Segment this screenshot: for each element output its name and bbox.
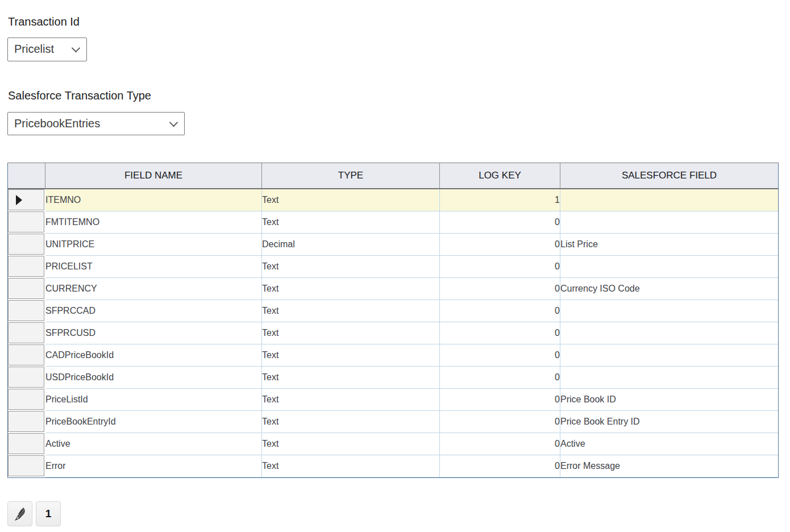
cell-salesforce-field[interactable]: [560, 256, 778, 278]
cell-salesforce-field[interactable]: [560, 189, 778, 211]
cell-type[interactable]: Decimal: [262, 234, 440, 256]
cell-type[interactable]: Text: [262, 367, 440, 389]
table-row[interactable]: UNITPRICEDecimal0List Price: [8, 234, 778, 256]
field-mapping-grid: FIELD NAME TYPE LOG KEY SALESFORCE FIELD…: [7, 163, 779, 478]
cell-type[interactable]: Text: [262, 411, 440, 433]
row-selector[interactable]: [8, 322, 45, 344]
cell-salesforce-field[interactable]: Error Message: [560, 455, 778, 477]
cell-field-name[interactable]: CURRENCY: [45, 278, 262, 300]
cell-salesforce-field[interactable]: [560, 211, 778, 234]
row-selector[interactable]: [8, 300, 45, 322]
grid-header-row: FIELD NAME TYPE LOG KEY SALESFORCE FIELD: [8, 163, 778, 189]
cell-field-name[interactable]: PRICELIST: [45, 256, 262, 278]
cell-salesforce-field[interactable]: List Price: [560, 234, 778, 256]
row-selector[interactable]: [8, 189, 45, 211]
cell-salesforce-field[interactable]: [560, 322, 778, 344]
row-selector[interactable]: [8, 411, 45, 433]
cell-log-key[interactable]: 0: [440, 211, 560, 234]
cell-salesforce-field[interactable]: Active: [560, 433, 778, 455]
cell-log-key[interactable]: 0: [440, 389, 560, 411]
cell-salesforce-field[interactable]: [560, 367, 778, 389]
table-row[interactable]: ErrorText0Error Message: [8, 455, 778, 477]
table-row[interactable]: PRICELISTText0: [8, 256, 778, 278]
cell-log-key[interactable]: 0: [440, 411, 560, 433]
column-header-log-key[interactable]: LOG KEY: [440, 163, 560, 189]
cell-log-key[interactable]: 0: [440, 256, 560, 278]
cell-type[interactable]: Text: [262, 256, 440, 278]
cell-log-key[interactable]: 0: [440, 300, 560, 322]
cell-field-name[interactable]: Active: [45, 433, 262, 455]
cell-field-name[interactable]: SFPRCCAD: [45, 300, 262, 322]
cell-type[interactable]: Text: [262, 455, 440, 477]
cell-field-name[interactable]: CADPriceBookId: [45, 344, 262, 367]
column-header-type[interactable]: TYPE: [262, 163, 440, 189]
grid-body: ITEMNOText1FMTITEMNOText0UNITPRICEDecima…: [8, 189, 778, 477]
cell-type[interactable]: Text: [262, 300, 440, 322]
cell-field-name[interactable]: Error: [45, 455, 262, 477]
cell-type[interactable]: Text: [262, 211, 440, 234]
table-row[interactable]: CURRENCYText0Currency ISO Code: [8, 278, 778, 300]
cell-field-name[interactable]: ITEMNO: [45, 189, 262, 211]
table-row[interactable]: SFPRCCADText0: [8, 300, 778, 322]
table-row[interactable]: ITEMNOText1: [8, 189, 778, 211]
cell-field-name[interactable]: PriceListId: [45, 389, 262, 411]
table-row[interactable]: CADPriceBookIdText0: [8, 344, 778, 367]
row-selector[interactable]: [8, 367, 45, 389]
cell-type[interactable]: Text: [262, 189, 440, 211]
row-selector[interactable]: [8, 455, 45, 477]
current-row-arrow-icon: [16, 195, 22, 205]
row-selector[interactable]: [8, 433, 45, 455]
cell-salesforce-field[interactable]: [560, 300, 778, 322]
grid-corner-cell[interactable]: [8, 163, 45, 189]
row-selector[interactable]: [8, 256, 45, 278]
cell-type[interactable]: Text: [262, 322, 440, 344]
cell-salesforce-field[interactable]: Currency ISO Code: [560, 278, 778, 300]
row-selector[interactable]: [8, 389, 45, 411]
cell-field-name[interactable]: UNITPRICE: [45, 234, 262, 256]
cell-log-key[interactable]: 0: [440, 322, 560, 344]
page-number-label: 1: [45, 508, 52, 520]
cell-log-key[interactable]: 0: [440, 344, 560, 367]
quill-icon: [13, 506, 28, 522]
cell-type[interactable]: Text: [262, 344, 440, 367]
cell-type[interactable]: Text: [262, 389, 440, 411]
cell-salesforce-field[interactable]: [560, 344, 778, 367]
table-row[interactable]: SFPRCUSDText0: [8, 322, 778, 344]
cell-type[interactable]: Text: [262, 433, 440, 455]
cell-field-name[interactable]: FMTITEMNO: [45, 211, 262, 234]
cell-log-key[interactable]: 0: [440, 234, 560, 256]
transaction-id-select[interactable]: Pricelist: [7, 38, 87, 61]
cell-field-name[interactable]: SFPRCUSD: [45, 322, 262, 344]
cell-log-key[interactable]: 1: [440, 189, 560, 211]
cell-salesforce-field[interactable]: Price Book ID: [560, 389, 778, 411]
cell-log-key[interactable]: 0: [440, 367, 560, 389]
table-row[interactable]: USDPriceBookIdText0: [8, 367, 778, 389]
row-selector[interactable]: [8, 234, 45, 256]
table-row[interactable]: PriceListIdText0Price Book ID: [8, 389, 778, 411]
sf-transaction-type-label: Salesforce Transaction Type: [8, 89, 783, 102]
column-header-field-name[interactable]: FIELD NAME: [45, 163, 262, 189]
cell-type[interactable]: Text: [262, 278, 440, 300]
cell-field-name[interactable]: USDPriceBookId: [45, 367, 262, 389]
mapping-page: Transaction Id Pricelist Salesforce Tran…: [0, 0, 790, 526]
cell-field-name[interactable]: PriceBookEntryId: [45, 411, 262, 433]
page-number-button[interactable]: 1: [36, 501, 61, 526]
table-row[interactable]: ActiveText0Active: [8, 433, 778, 455]
write-mapping-button[interactable]: [7, 501, 32, 526]
column-header-salesforce-field[interactable]: SALESFORCE FIELD: [560, 163, 778, 189]
cell-log-key[interactable]: 0: [440, 433, 560, 455]
table-row[interactable]: PriceBookEntryIdText0Price Book Entry ID: [8, 411, 778, 433]
row-selector[interactable]: [8, 278, 45, 300]
cell-salesforce-field[interactable]: Price Book Entry ID: [560, 411, 778, 433]
row-selector[interactable]: [8, 344, 45, 367]
sf-transaction-type-select[interactable]: PricebookEntries: [7, 112, 185, 135]
cell-log-key[interactable]: 0: [440, 455, 560, 477]
row-selector[interactable]: [8, 211, 45, 234]
bottom-toolbar: 1: [7, 501, 783, 526]
table-row[interactable]: FMTITEMNOText0: [8, 211, 778, 234]
cell-log-key[interactable]: 0: [440, 278, 560, 300]
transaction-id-label: Transaction Id: [8, 15, 783, 28]
